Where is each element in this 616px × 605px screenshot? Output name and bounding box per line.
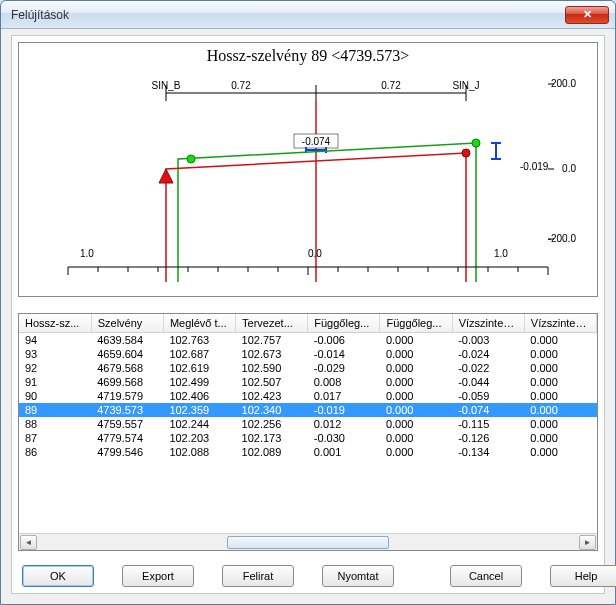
horizontal-scrollbar[interactable]: ◄ ►: [19, 533, 597, 550]
cell: 4719.579: [91, 389, 163, 403]
window-title: Felújítások: [7, 8, 565, 22]
cell: 90: [19, 389, 91, 403]
cell: 92: [19, 361, 91, 375]
column-header[interactable]: Szelvény: [91, 314, 163, 333]
table-row[interactable]: 874779.574102.203102.173-0.0300.000-0.12…: [19, 431, 597, 445]
column-header[interactable]: Függőleg...: [380, 314, 452, 333]
y2-tick: 0.0: [562, 163, 576, 174]
cell: 0.000: [524, 403, 596, 417]
cell: 0.000: [380, 445, 452, 459]
table-row[interactable]: 904719.579102.406102.4230.0170.000-0.059…: [19, 389, 597, 403]
x-tick: 0.0: [308, 248, 322, 259]
titlebar: Felújítások ✕: [1, 1, 615, 29]
svg-point-15: [472, 139, 480, 147]
scroll-right-icon[interactable]: ►: [579, 535, 596, 550]
chart-container: Hossz-szelvény 89 <4739.573> 200.0 0.0 -…: [18, 42, 598, 297]
column-header[interactable]: Tervezet...: [236, 314, 308, 333]
nyomtat-button[interactable]: Nyomtat: [322, 565, 394, 587]
table-row[interactable]: 884759.557102.244102.2560.0120.000-0.115…: [19, 417, 597, 431]
cell: 0.000: [380, 403, 452, 417]
cell: 4699.568: [91, 375, 163, 389]
x-tick: 1.0: [494, 248, 508, 259]
cell: 102.673: [236, 347, 308, 361]
cell: -0.019: [308, 403, 380, 417]
cell: 0.012: [308, 417, 380, 431]
scroll-left-icon[interactable]: ◄: [20, 535, 37, 550]
table-row[interactable]: 864799.546102.088102.0890.0010.000-0.134…: [19, 445, 597, 459]
cell: 0.000: [524, 375, 596, 389]
column-header[interactable]: Meglévő t...: [163, 314, 235, 333]
cell: 88: [19, 417, 91, 431]
close-button[interactable]: ✕: [565, 6, 609, 24]
cell: 4639.584: [91, 333, 163, 348]
cell: 102.089: [236, 445, 308, 459]
x-tick: 1.0: [80, 248, 94, 259]
cell: 102.340: [236, 403, 308, 417]
cell: 102.406: [163, 389, 235, 403]
cell: 102.619: [163, 361, 235, 375]
cell: 102.203: [163, 431, 235, 445]
series-tervezett: [178, 143, 476, 282]
cell: 0.000: [524, 333, 596, 348]
column-header[interactable]: Vízszintes...: [524, 314, 596, 333]
felirat-button[interactable]: Felirat: [222, 565, 294, 587]
table-row[interactable]: 924679.568102.619102.590-0.0290.000-0.02…: [19, 361, 597, 375]
cell: 4799.546: [91, 445, 163, 459]
right-offset-label: -0.019: [520, 161, 549, 172]
cell: 4679.568: [91, 361, 163, 375]
cell: 4759.557: [91, 417, 163, 431]
scroll-thumb[interactable]: [227, 536, 389, 549]
cell: 93: [19, 347, 91, 361]
cell: -0.029: [308, 361, 380, 375]
cell: 4739.573: [91, 403, 163, 417]
main-panel: Hossz-szelvény 89 <4739.573> 200.0 0.0 -…: [11, 35, 605, 594]
cell: 0.000: [380, 389, 452, 403]
cell: 102.359: [163, 403, 235, 417]
cell: 102.088: [163, 445, 235, 459]
cell: -0.126: [452, 431, 524, 445]
cell: 4779.574: [91, 431, 163, 445]
cancel-button[interactable]: Cancel: [450, 565, 522, 587]
cell: -0.044: [452, 375, 524, 389]
help-button[interactable]: Help: [550, 565, 616, 587]
close-icon: ✕: [583, 8, 592, 21]
dim-seg2: 0.72: [381, 80, 401, 91]
cell: -0.134: [452, 445, 524, 459]
cell: -0.022: [452, 361, 524, 375]
table-row[interactable]: 894739.573102.359102.340-0.0190.000-0.07…: [19, 403, 597, 417]
table-row[interactable]: 914699.568102.499102.5070.0080.000-0.044…: [19, 375, 597, 389]
cell: 94: [19, 333, 91, 348]
ok-button[interactable]: OK: [22, 565, 94, 587]
dialog-window: Felújítások ✕ Hossz-szelvény 89 <4739.57…: [0, 0, 616, 605]
chart-title: Hossz-szelvény 89 <4739.573>: [19, 43, 597, 67]
svg-point-16: [462, 149, 470, 157]
cell: -0.003: [452, 333, 524, 348]
column-header[interactable]: Hossz-sz...: [19, 314, 91, 333]
cell: 102.499: [163, 375, 235, 389]
scroll-track[interactable]: [38, 535, 578, 550]
table-row[interactable]: 944639.584102.763102.757-0.0060.000-0.00…: [19, 333, 597, 348]
cell: 87: [19, 431, 91, 445]
cell: 0.000: [380, 347, 452, 361]
content-area: Hossz-szelvény 89 <4739.573> 200.0 0.0 -…: [1, 29, 615, 604]
cell: 102.423: [236, 389, 308, 403]
table-scroll[interactable]: Hossz-sz...SzelvényMeglévő t...Tervezet.…: [19, 314, 597, 533]
column-header[interactable]: Vízszintes...: [452, 314, 524, 333]
cell: -0.059: [452, 389, 524, 403]
cell: -0.006: [308, 333, 380, 348]
cell: 0.000: [380, 361, 452, 375]
cell: 91: [19, 375, 91, 389]
cell: 102.763: [163, 333, 235, 348]
y2-tick: 200.0: [551, 78, 576, 89]
export-button[interactable]: Export: [122, 565, 194, 587]
cell: 0.000: [380, 431, 452, 445]
cell: 102.256: [236, 417, 308, 431]
cell: 0.000: [380, 417, 452, 431]
svg-point-14: [187, 155, 195, 163]
cell: 102.687: [163, 347, 235, 361]
cell: 0.008: [308, 375, 380, 389]
column-header[interactable]: Függőleg...: [308, 314, 380, 333]
table-row[interactable]: 934659.604102.687102.673-0.0140.000-0.02…: [19, 347, 597, 361]
button-row: OK Export Felirat Nyomtat Cancel Help: [18, 551, 598, 587]
cell: 102.757: [236, 333, 308, 348]
